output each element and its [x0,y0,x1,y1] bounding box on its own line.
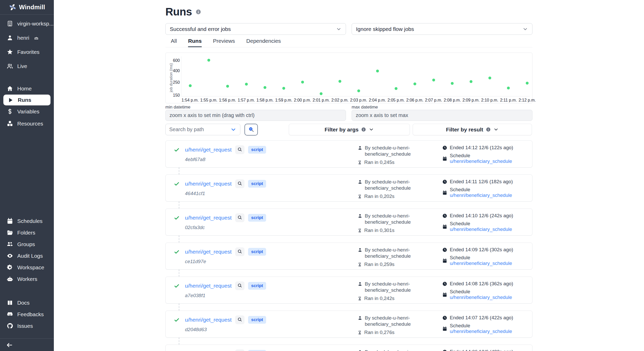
chevron-down-icon [230,127,236,133]
sidebar-item-live[interactable]: Live [0,59,54,73]
run-path-link[interactable]: u/henri/get_request [185,215,232,221]
run-row[interactable]: u/henri/get_request script By schedule-u… [165,345,532,351]
chart-y-axis-label: job duration (ms) [169,57,173,98]
tab-all[interactable]: All [171,38,177,47]
run-triggered-by: By schedule-u-henri-beneficiary_schedule [365,213,411,225]
run-connector-line [179,202,532,208]
chart-data-point[interactable] [413,82,416,85]
inspect-run-button[interactable] [235,213,244,222]
sidebar-item-label: Runs [18,97,31,103]
run-hash: ce11d97e [185,259,206,264]
run-path-link[interactable]: u/henri/get_request [185,283,232,289]
sidebar-item-henri[interactable]: henri [0,31,54,45]
tab-dependencies[interactable]: Dependencies [246,38,281,47]
run-path-link[interactable]: u/henri/get_request [185,181,232,187]
job-kind-select-value: Successful and error jobs [170,26,231,32]
run-schedule: Schedule u/henri/beneficiary_schedule [450,153,530,164]
sidebar-item-virgin-worksp[interactable]: virgin-worksp... [0,16,54,31]
sidebar-item-docs[interactable]: Docs [0,297,54,308]
clock-icon [442,145,447,150]
schedule-path-link[interactable]: u/henri/beneficiary_schedule [450,295,512,300]
search-icon [237,317,242,323]
collapse-sidebar-button[interactable] [6,342,13,348]
run-row[interactable]: u/henri/get_request script d2048d63 By s… [165,311,532,338]
inspect-run-button[interactable] [235,145,244,154]
schedule-path-link[interactable]: u/henri/beneficiary_schedule [450,227,512,232]
search-minus-icon [248,126,255,133]
sidebar-item-groups[interactable]: Groups [0,238,54,250]
chart-data-point[interactable] [301,81,304,83]
run-row[interactable]: u/henri/get_request script 02cfa3dc By s… [165,208,532,236]
inspect-run-button[interactable] [235,179,244,188]
chart-data-point[interactable] [451,82,454,85]
sidebar-item-folders[interactable]: Folders [0,227,54,238]
chart-data-point[interactable] [338,80,341,83]
sidebar-item-label: Docs [17,300,30,306]
chart-data-point[interactable] [357,89,360,92]
run-schedule: Schedule u/henri/beneficiary_schedule [450,289,530,300]
run-row[interactable]: u/henri/get_request script 46441cf1 By s… [165,174,532,202]
chart-data-point[interactable] [507,87,510,89]
sidebar-item-workers[interactable]: Workers [0,273,54,285]
sidebar-item-issues[interactable]: Issues [0,320,54,332]
sidebar-item-variables[interactable]: Variables [0,105,54,118]
filter-by-result-button[interactable]: Filter by result [413,124,532,135]
schedule-path-link[interactable]: u/henri/beneficiary_schedule [450,329,512,334]
run-triggered-by: By schedule-u-henri-beneficiary_schedule [365,145,411,157]
job-duration-chart[interactable]: job duration (ms) 1502504006001:54 p.m.1… [165,53,532,103]
sidebar-item-home[interactable]: Home [0,82,54,95]
app-logo[interactable]: Windmill [0,0,54,15]
chart-data-point[interactable] [376,70,379,72]
run-path-link[interactable]: u/henri/get_request [185,317,232,323]
run-row[interactable]: u/henri/get_request script ce11d97e By s… [165,243,532,270]
search-by-path-select[interactable]: Search by path [165,124,240,135]
flow-filter-select[interactable]: Ignore skipped flow jobs [352,23,532,35]
chart-data-point[interactable] [282,87,285,90]
chart-data-point[interactable] [320,92,323,95]
sidebar: Windmill virgin-worksp...henriFavoritesL… [0,0,54,351]
tab-previews[interactable]: Previews [213,38,235,47]
script-badge: script [248,180,266,188]
schedule-path-link[interactable]: u/henri/beneficiary_schedule [450,158,512,164]
sidebar-item-resources[interactable]: Resources [0,118,54,130]
filter-by-args-button[interactable]: Filter by args [289,124,410,135]
run-row[interactable]: u/henri/get_request script 4ebf67a8 By s… [165,140,532,168]
sidebar-item-schedules[interactable]: Schedules [0,215,54,227]
schedule-path-link[interactable]: u/henri/beneficiary_schedule [450,193,512,198]
inspect-run-button[interactable] [235,349,244,351]
success-check-icon [174,181,180,187]
inspect-run-button[interactable] [235,281,244,290]
chart-data-point[interactable] [189,84,192,87]
max-datetime-input[interactable] [352,110,532,121]
tab-runs[interactable]: Runs [188,38,202,47]
sidebar-item-favorites[interactable]: Favorites [0,45,54,59]
schedule-path-link[interactable]: u/henri/beneficiary_schedule [450,261,512,266]
chart-data-point[interactable] [226,85,229,88]
search-button[interactable] [244,124,258,136]
chart-data-point[interactable] [264,86,266,89]
script-badge: script [248,316,266,324]
hourglass-icon [358,228,362,233]
calendar-icon [7,218,13,224]
chart-data-point[interactable] [432,79,435,81]
chart-data-point[interactable] [207,59,210,62]
info-icon[interactable] [196,9,201,15]
min-datetime-input[interactable] [165,110,346,121]
run-path-link[interactable]: u/henri/get_request [185,147,232,153]
job-kind-select[interactable]: Successful and error jobs [165,23,346,35]
chart-data-point[interactable] [245,83,248,86]
sidebar-item-feedbacks[interactable]: Feedbacks [0,308,54,320]
chart-data-point[interactable] [526,82,529,85]
sidebar-item-runs[interactable]: Runs [3,95,50,105]
sidebar-item-audit-logs[interactable]: Audit Logs [0,250,54,262]
sidebar-item-label: Workers [17,276,37,282]
chart-data-point[interactable] [488,77,491,79]
inspect-run-button[interactable] [235,315,244,324]
chart-data-point[interactable] [395,87,397,90]
run-ended-time: Ended 14:11 12/6 (182s ago) [450,179,513,185]
run-path-link[interactable]: u/henri/get_request [185,249,232,255]
run-row[interactable]: u/henri/get_request script a7e038f1 By s… [165,277,532,304]
chart-data-point[interactable] [470,80,472,83]
inspect-run-button[interactable] [235,247,244,256]
sidebar-item-workspace[interactable]: Workspace [0,262,54,273]
